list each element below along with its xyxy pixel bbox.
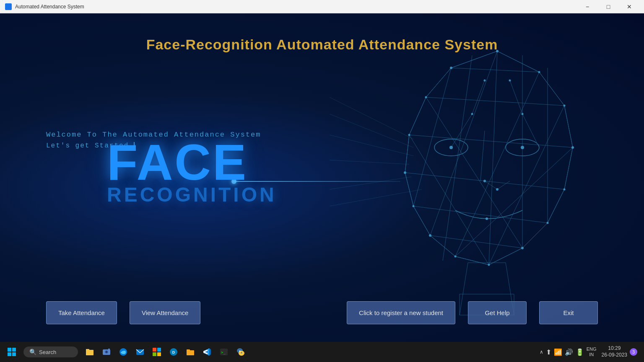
svg-line-1 — [497, 51, 539, 72]
wifi-icon[interactable]: 📶 — [554, 348, 562, 356]
svg-point-63 — [408, 134, 410, 136]
date-display: 26-09-2023 — [602, 352, 627, 359]
svg-line-78 — [330, 189, 422, 206]
svg-line-31 — [489, 106, 564, 265]
svg-line-34 — [409, 135, 489, 265]
svg-point-70 — [486, 217, 488, 220]
notification-count[interactable]: 3 — [630, 348, 637, 356]
svg-point-67 — [521, 146, 524, 149]
system-tray: ∧ ⬆ 📶 🔊 🔋 ENG IN 10:29 26-09-2023 3 — [540, 345, 641, 358]
svg-line-14 — [409, 97, 426, 135]
header-section: Face-Recognition Automated Attendance Sy… — [0, 13, 644, 53]
taskbar-ms-store[interactable] — [149, 344, 164, 359]
svg-line-13 — [405, 135, 409, 173]
minimize-button[interactable]: − — [578, 0, 597, 13]
svg-text:D: D — [172, 350, 175, 354]
svg-point-52 — [538, 71, 540, 73]
main-title: Face-Recognition Automated Attendance Sy… — [146, 36, 498, 52]
show-hidden-icons[interactable]: ∧ — [540, 349, 543, 355]
svg-rect-81 — [8, 348, 11, 352]
terminal-icon: >_ — [219, 347, 229, 357]
svg-line-6 — [548, 189, 564, 223]
svg-point-57 — [521, 247, 524, 249]
buttons-area: Take Attendance View Attendance Click to… — [0, 301, 644, 324]
svg-point-66 — [449, 146, 453, 149]
svg-point-89 — [106, 351, 108, 353]
svg-point-58 — [488, 264, 490, 266]
svg-rect-82 — [12, 348, 16, 352]
svg-rect-95 — [153, 352, 156, 356]
maximize-button[interactable]: □ — [599, 0, 618, 13]
svg-point-65 — [450, 67, 452, 69]
svg-line-8 — [489, 248, 522, 265]
svg-point-106 — [241, 352, 242, 354]
taskbar-camera-app[interactable] — [99, 344, 114, 359]
get-help-button[interactable]: Get Help — [468, 301, 527, 324]
store-icon — [152, 347, 161, 357]
power-icon[interactable]: 🔋 — [576, 348, 584, 356]
close-button[interactable]: ✕ — [620, 0, 639, 13]
title-bar-controls: − □ ✕ — [578, 0, 639, 13]
taskbar-python[interactable] — [233, 344, 248, 359]
taskbar-files-app[interactable] — [183, 344, 198, 359]
view-attendance-button[interactable]: View Attendance — [130, 301, 200, 324]
svg-line-25 — [489, 51, 497, 265]
taskbar: 🔍 Search — [0, 342, 644, 362]
svg-point-54 — [571, 146, 574, 149]
time-display: 10:29 — [608, 345, 621, 352]
svg-point-72 — [522, 113, 524, 115]
exit-button[interactable]: Exit — [539, 301, 598, 324]
svg-line-80 — [330, 97, 413, 139]
take-attendance-button[interactable]: Take Attendance — [46, 301, 117, 324]
svg-point-56 — [547, 222, 549, 224]
face-recognition-text: FACE RECOGNITION — [107, 137, 277, 206]
vscode-icon — [203, 347, 212, 357]
svg-point-105 — [239, 351, 241, 352]
svg-point-71 — [471, 113, 473, 115]
svg-line-79 — [330, 135, 413, 156]
network-icon: ⬆ — [546, 348, 551, 356]
taskbar-apps: D >_ — [82, 344, 248, 359]
svg-point-74 — [509, 80, 511, 82]
taskbar-vscode[interactable] — [200, 344, 215, 359]
register-student-button[interactable]: Click to register a new student — [347, 301, 455, 324]
title-bar-left: Automated Attendance System — [5, 3, 84, 10]
python-icon — [236, 347, 245, 357]
taskbar-edge-browser[interactable] — [116, 344, 131, 359]
svg-line-5 — [564, 147, 573, 189]
svg-rect-83 — [8, 352, 11, 356]
svg-line-44 — [480, 131, 485, 181]
camera-icon — [102, 347, 111, 357]
svg-point-69 — [496, 188, 499, 191]
svg-point-53 — [564, 105, 566, 107]
svg-point-68 — [483, 180, 486, 182]
svg-point-73 — [484, 80, 486, 82]
svg-line-33 — [426, 97, 522, 248]
svg-rect-94 — [157, 348, 161, 352]
taskbar-terminal[interactable]: >_ — [216, 344, 231, 359]
svg-line-28 — [413, 68, 451, 206]
face-big-text: FACE — [107, 137, 277, 187]
svg-line-77 — [330, 177, 411, 189]
svg-rect-93 — [153, 348, 156, 352]
file-explorer-icon — [85, 347, 94, 357]
language-indicator[interactable]: ENG IN — [587, 346, 597, 357]
svg-line-16 — [451, 51, 497, 68]
svg-line-32 — [455, 147, 573, 256]
taskbar-dell-app[interactable]: D — [166, 344, 181, 359]
title-bar: Automated Attendance System − □ ✕ — [0, 0, 644, 13]
taskbar-search[interactable]: 🔍 Search — [23, 346, 78, 357]
mail-icon — [135, 347, 145, 357]
svg-point-55 — [564, 189, 566, 191]
svg-line-11 — [413, 206, 430, 235]
clock-display[interactable]: 10:29 26-09-2023 — [602, 345, 627, 358]
svg-rect-90 — [108, 349, 110, 350]
taskbar-mail-app[interactable] — [132, 344, 148, 359]
start-button[interactable] — [3, 344, 20, 360]
taskbar-file-explorer[interactable] — [82, 344, 97, 359]
app-icon — [5, 3, 12, 10]
svg-line-48 — [522, 114, 539, 147]
svg-line-4 — [564, 106, 573, 147]
svg-line-75 — [330, 114, 413, 147]
volume-icon[interactable]: 🔊 — [565, 348, 573, 356]
